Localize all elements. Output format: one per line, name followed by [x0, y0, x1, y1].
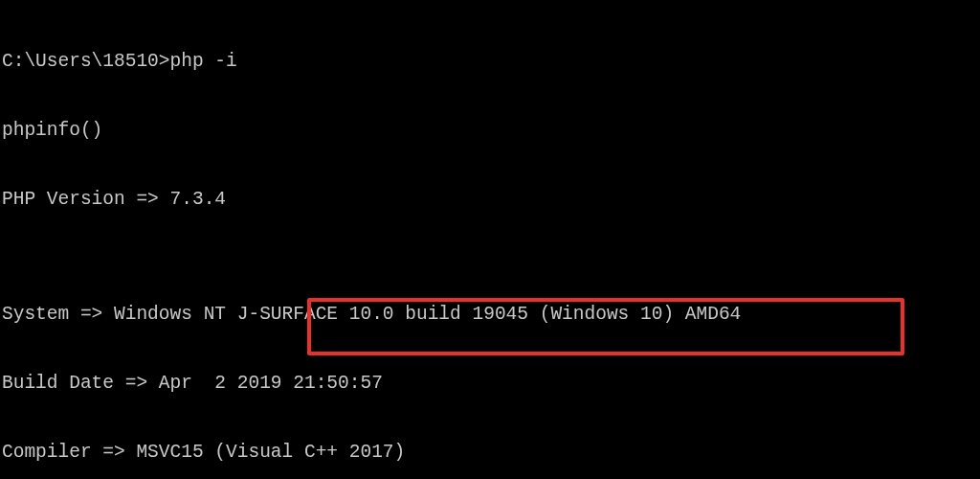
prompt: C:\Users\18510> [2, 51, 170, 72]
output-line: phpinfo() [2, 119, 978, 142]
output-line: PHP Version => 7.3.4 [2, 188, 978, 211]
command-line: C:\Users\18510>php -i [2, 50, 978, 73]
command-text: php -i [170, 51, 237, 72]
output-line: Compiler => MSVC15 (Visual C++ 2017) [2, 441, 978, 464]
output-line: Build Date => Apr 2 2019 21:50:57 [2, 372, 978, 395]
terminal-window[interactable]: C:\Users\18510>php -i phpinfo() PHP Vers… [0, 0, 980, 479]
output-line: System => Windows NT J-SURFACE 10.0 buil… [2, 303, 978, 326]
